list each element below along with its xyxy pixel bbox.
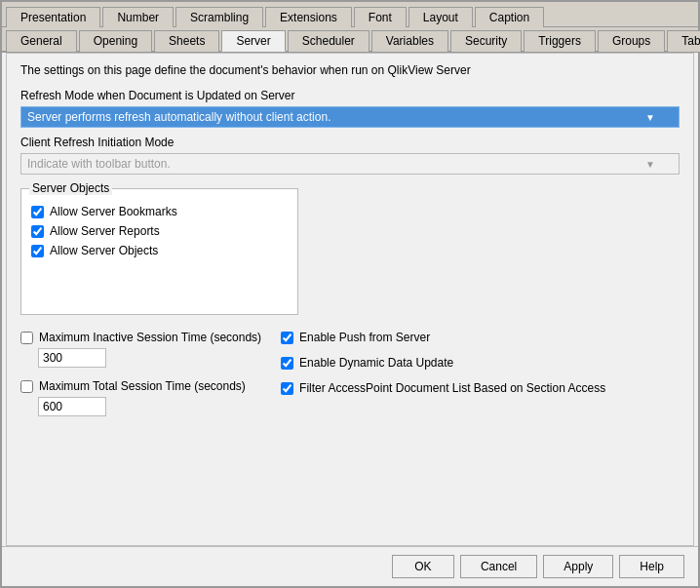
enable-push-label: Enable Push from Server [299, 331, 430, 344]
tab-opening[interactable]: Opening [79, 30, 152, 52]
server-objects-box: Server Objects Allow Server Bookmarks Al… [20, 188, 298, 315]
tab-security[interactable]: Security [450, 30, 522, 52]
client-refresh-arrow: ▼ [645, 159, 655, 170]
cancel-button[interactable]: Cancel [460, 555, 537, 578]
tab-scheduler[interactable]: Scheduler [288, 30, 369, 52]
allow-objects-label: Allow Server Objects [50, 244, 158, 257]
allow-reports-row: Allow Server Reports [31, 224, 288, 238]
refresh-mode-value: Server performs refresh automatically wi… [27, 110, 331, 124]
tab-variables[interactable]: Variables [371, 30, 448, 52]
tab-scrambling[interactable]: Scrambling [175, 7, 263, 27]
help-button[interactable]: Help [619, 555, 684, 578]
tab-general[interactable]: General [6, 30, 77, 52]
client-refresh-dropdown-wrapper[interactable]: Indicate with toolbar button. ▼ [20, 153, 680, 175]
enable-push-row: Enable Push from Server [281, 331, 605, 344]
tab-extensions[interactable]: Extensions [265, 7, 352, 27]
tab-server[interactable]: Server [221, 30, 285, 52]
tab-sheets[interactable]: Sheets [154, 30, 219, 52]
enable-dynamic-label: Enable Dynamic Data Update [299, 356, 453, 370]
tab-presentation[interactable]: Presentation [6, 7, 100, 27]
info-text: The settings on this page define the doc… [20, 63, 680, 77]
server-objects-title: Server Objects [29, 181, 112, 195]
tab-font[interactable]: Font [354, 7, 407, 27]
tab-caption[interactable]: Caption [475, 7, 544, 27]
allow-objects-checkbox[interactable] [31, 245, 44, 257]
allow-bookmarks-label: Allow Server Bookmarks [50, 205, 177, 218]
tab-layout[interactable]: Layout [408, 7, 473, 27]
client-refresh-label: Client Refresh Initiation Mode [20, 136, 680, 149]
client-refresh-group: Client Refresh Initiation Mode Indicate … [20, 136, 680, 175]
allow-bookmarks-checkbox[interactable] [31, 206, 44, 218]
refresh-mode-group: Refresh Mode when Document is Updated on… [20, 89, 680, 128]
left-options: Maximum Inactive Session Time (seconds) … [20, 331, 261, 416]
max-total-checkbox-row: Maximum Total Session Time (seconds) [20, 379, 261, 393]
refresh-mode-dropdown-wrapper[interactable]: Server performs refresh automatically wi… [20, 106, 680, 128]
filter-access-checkbox[interactable] [281, 382, 293, 395]
ok-button[interactable]: OK [392, 555, 454, 578]
filter-access-label: Filter AccessPoint Document List Based o… [299, 381, 605, 395]
button-bar: OK Cancel Apply Help [2, 546, 698, 586]
tab-number[interactable]: Number [102, 7, 174, 27]
allow-objects-row: Allow Server Objects [31, 244, 288, 257]
allow-bookmarks-row: Allow Server Bookmarks [31, 205, 288, 218]
filter-access-row: Filter AccessPoint Document List Based o… [281, 381, 605, 395]
right-options: Enable Push from Server Enable Dynamic D… [281, 331, 605, 416]
max-total-row: Maximum Total Session Time (seconds) [20, 379, 261, 416]
client-refresh-selected[interactable]: Indicate with toolbar button. ▼ [20, 153, 680, 175]
refresh-mode-label: Refresh Mode when Document is Updated on… [20, 89, 680, 102]
max-inactive-checkbox[interactable] [20, 332, 33, 344]
tab-bar-bottom: General Opening Sheets Server Scheduler … [2, 27, 698, 53]
max-total-input[interactable] [38, 397, 106, 416]
allow-reports-label: Allow Server Reports [50, 224, 160, 238]
tab-bar-top: Presentation Number Scrambling Extension… [2, 2, 698, 27]
refresh-mode-arrow: ▼ [645, 112, 655, 123]
server-objects-container: Server Objects Allow Server Bookmarks Al… [20, 188, 298, 315]
max-inactive-checkbox-row: Maximum Inactive Session Time (seconds) [20, 331, 261, 344]
client-refresh-value: Indicate with toolbar button. [27, 157, 171, 171]
tab-groups[interactable]: Groups [598, 30, 665, 52]
refresh-mode-selected[interactable]: Server performs refresh automatically wi… [20, 106, 680, 128]
enable-dynamic-row: Enable Dynamic Data Update [281, 356, 605, 370]
dialog: Presentation Number Scrambling Extension… [0, 0, 700, 588]
max-total-checkbox[interactable] [20, 380, 33, 393]
tab-triggers[interactable]: Triggers [524, 30, 596, 52]
lower-section: Maximum Inactive Session Time (seconds) … [20, 331, 680, 416]
max-total-label: Maximum Total Session Time (seconds) [39, 379, 246, 393]
max-inactive-label: Maximum Inactive Session Time (seconds) [39, 331, 261, 344]
allow-reports-checkbox[interactable] [31, 225, 44, 238]
apply-button[interactable]: Apply [543, 555, 613, 578]
enable-push-checkbox[interactable] [281, 332, 293, 344]
max-inactive-row: Maximum Inactive Session Time (seconds) [20, 331, 261, 368]
content-area: The settings on this page define the doc… [6, 53, 694, 546]
tab-tables[interactable]: Tables [667, 30, 700, 52]
enable-dynamic-checkbox[interactable] [281, 357, 293, 370]
max-inactive-input[interactable] [38, 348, 106, 368]
